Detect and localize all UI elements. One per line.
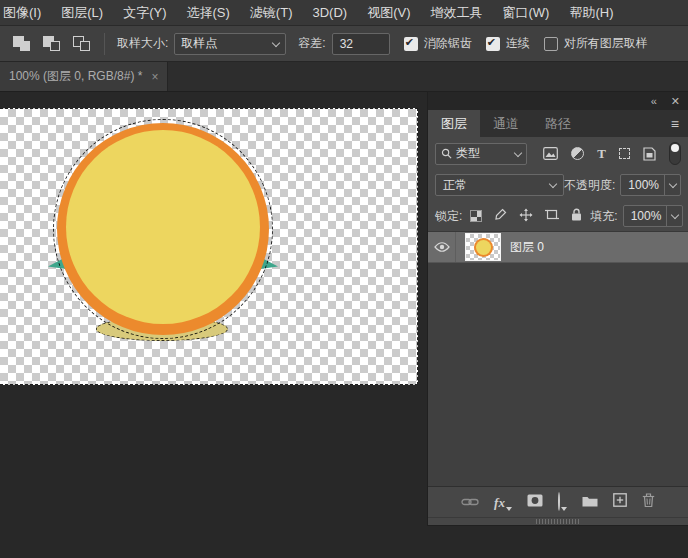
contiguous-checkbox[interactable] — [486, 37, 500, 51]
filtering-toggle[interactable] — [669, 142, 681, 165]
filter-pixel-layers-icon[interactable] — [543, 147, 558, 160]
menu-item-image[interactable]: 图像(I) — [0, 4, 51, 22]
lock-artboard-icon[interactable] — [545, 208, 559, 224]
lock-icon-group — [470, 208, 582, 225]
panel-header: « ✕ — [428, 92, 688, 110]
sample-size-label: 取样大小: — [117, 35, 168, 52]
chevron-down-icon — [668, 180, 676, 188]
tab-channels[interactable]: 通道 — [480, 110, 532, 137]
panel-tab-bar: 图层 通道 路径 ≡ — [428, 110, 688, 137]
close-panel-icon[interactable]: ✕ — [671, 95, 680, 108]
filter-adjustment-layers-icon[interactable] — [571, 147, 584, 160]
lock-image-pixels-icon[interactable] — [494, 208, 507, 224]
document-tab[interactable]: 100% (图层 0, RGB/8#) * × — [0, 62, 168, 91]
yellow-circle-fill — [66, 130, 260, 324]
lock-all-icon[interactable] — [571, 208, 582, 224]
tab-layers[interactable]: 图层 — [428, 110, 480, 137]
add-to-selection-icon[interactable] — [42, 35, 62, 53]
layer-thumbnail[interactable] — [465, 233, 501, 261]
sample-size-value: 取样点 — [181, 35, 217, 52]
opacity-label: 不透明度: — [564, 177, 615, 194]
orange-circle-shape — [57, 123, 269, 335]
layer-name[interactable]: 图层 0 — [510, 239, 544, 256]
menu-item-window[interactable]: 窗口(W) — [492, 4, 559, 22]
intersect-selection-icon[interactable] — [72, 35, 92, 53]
menu-bar: 图像(I) 图层(L) 文字(Y) 选择(S) 滤镜(T) 3D(D) 视图(V… — [0, 0, 688, 26]
anti-alias-label: 消除锯齿 — [424, 35, 472, 52]
link-layers-icon[interactable] — [461, 493, 479, 511]
menu-item-layer[interactable]: 图层(L) — [51, 4, 113, 22]
collapse-panels-icon[interactable]: « — [651, 95, 657, 107]
tolerance-input[interactable]: 32 — [332, 33, 390, 55]
tolerance-value: 32 — [340, 37, 353, 51]
sample-all-layers-label: 对所有图层取样 — [564, 35, 648, 52]
new-layer-icon[interactable] — [613, 493, 627, 511]
document-tab-strip: 100% (图层 0, RGB/8#) * × — [0, 62, 688, 92]
new-adjustment-layer-icon[interactable] — [558, 493, 567, 511]
panel-resize-grip[interactable] — [428, 517, 688, 525]
filter-icon-group: T — [543, 142, 681, 165]
new-selection-icon[interactable] — [12, 35, 32, 53]
document-tab-title: 100% (图层 0, RGB/8#) * — [9, 68, 142, 85]
lock-label: 锁定: — [435, 208, 462, 225]
sample-size-dropdown[interactable]: 取样点 — [174, 33, 286, 55]
delete-layer-icon[interactable] — [642, 493, 655, 511]
lock-fill-row: 锁定: — [428, 200, 688, 231]
sample-all-layers-checkbox[interactable] — [544, 37, 558, 51]
menu-item-filter[interactable]: 滤镜(T) — [240, 4, 303, 22]
menu-item-plugins[interactable]: 增效工具 — [420, 4, 492, 22]
chevron-down-icon — [549, 180, 557, 188]
contiguous-label: 连续 — [506, 35, 530, 52]
tab-paths[interactable]: 路径 — [532, 110, 584, 137]
layer-thumbnail-artwork — [474, 238, 493, 257]
selection-combine-group — [0, 35, 104, 53]
new-group-icon[interactable] — [582, 493, 598, 511]
tool-options-bar: 取样大小: 取样点 容差: 32 消除锯齿 连续 对所有图层取样 — [0, 26, 688, 62]
close-document-icon[interactable]: × — [151, 70, 158, 84]
filter-type-layers-icon[interactable]: T — [597, 146, 606, 162]
chevron-down-icon — [272, 38, 280, 46]
layer-visibility-cell[interactable] — [428, 232, 456, 262]
eye-icon — [434, 242, 450, 252]
add-layer-mask-icon[interactable] — [527, 493, 543, 511]
panel-footer: fx — [428, 486, 688, 517]
filter-type-dropdown[interactable]: 类型 — [435, 143, 527, 165]
panel-menu-icon[interactable]: ≡ — [662, 110, 688, 137]
grip-dots — [536, 519, 580, 524]
chevron-down-icon — [506, 507, 512, 511]
layer-style-fx-icon[interactable]: fx — [494, 493, 512, 511]
opacity-value: 100% — [628, 178, 664, 192]
layer-filter-row: 类型 T — [428, 137, 688, 169]
chevron-down-icon — [514, 148, 522, 156]
options-divider — [104, 33, 105, 55]
chevron-down-icon — [561, 507, 567, 511]
lock-transparent-pixels-icon[interactable] — [470, 210, 482, 222]
filter-shape-layers-icon[interactable] — [619, 148, 630, 159]
filter-smart-objects-icon[interactable] — [643, 147, 656, 161]
menu-item-3d[interactable]: 3D(D) — [302, 5, 357, 20]
chevron-down-icon — [671, 211, 679, 219]
layer-list: 图层 0 — [428, 231, 688, 486]
blend-mode-dropdown[interactable]: 正常 — [435, 174, 564, 196]
layer-row[interactable]: 图层 0 — [428, 232, 688, 263]
fill-dropdown[interactable]: 100% — [623, 205, 684, 227]
opacity-dropdown[interactable]: 100% — [620, 174, 681, 196]
layers-panel: « ✕ 图层 通道 路径 ≡ 类型 — [428, 92, 688, 525]
menu-item-type[interactable]: 文字(Y) — [113, 4, 176, 22]
tolerance-label: 容差: — [298, 35, 325, 52]
lock-position-icon[interactable] — [519, 208, 533, 225]
menu-item-help[interactable]: 帮助(H) — [559, 4, 623, 22]
filter-type-label: 类型 — [456, 145, 480, 162]
blend-mode-value: 正常 — [443, 177, 467, 194]
menu-item-select[interactable]: 选择(S) — [177, 4, 240, 22]
document-canvas[interactable] — [0, 108, 418, 385]
fill-label: 填充: — [590, 208, 617, 225]
search-icon — [441, 148, 452, 159]
blend-opacity-row: 正常 不透明度: 100% — [428, 169, 688, 200]
fill-value: 100% — [631, 209, 667, 223]
menu-item-view[interactable]: 视图(V) — [357, 4, 420, 22]
workspace: « ✕ 图层 通道 路径 ≡ 类型 — [0, 92, 688, 558]
anti-alias-checkbox[interactable] — [404, 37, 418, 51]
